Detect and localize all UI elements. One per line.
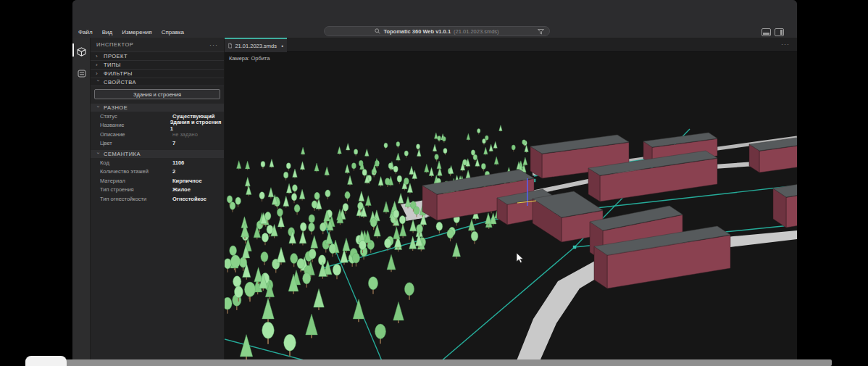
property-value[interactable]: 1106 <box>172 159 184 166</box>
properties-list: ›РАЗНОЕСтатусСуществующийНазваниеЗдания … <box>91 104 224 204</box>
screen: ФайлВидИзмеренияСправка Topomatic 360 We… <box>0 0 868 366</box>
chevron-down-icon: › <box>95 152 101 157</box>
inspector-menu-button[interactable]: ··· <box>209 43 218 47</box>
property-label: Название <box>100 122 170 128</box>
tree-item-типы[interactable]: ›ТИПЫ <box>91 60 224 69</box>
viewport: 21.01.2023.smds ● ··· Камера: Орбита <box>225 38 797 360</box>
menu-item-3[interactable]: Справка <box>162 29 184 36</box>
filter-icon[interactable] <box>538 29 544 35</box>
boundary-node[interactable] <box>573 246 576 249</box>
panel-bottom-icon[interactable] <box>761 28 771 36</box>
menu-item-1[interactable]: Вид <box>102 29 112 36</box>
3d-scene <box>225 52 797 360</box>
selected-type-button[interactable]: Здания и строения <box>94 89 220 99</box>
property-row: НазваниеЗдания и строения 1 <box>91 121 224 130</box>
tree-item-label: ТИПЫ <box>104 62 121 68</box>
section-header-1[interactable]: ›СЕМАНТИКА <box>91 150 224 158</box>
property-row: Количество этажей2 <box>91 167 224 177</box>
property-label: Тип строения <box>100 186 172 193</box>
property-row: Тип строенияЖилое <box>91 186 224 195</box>
building-block[interactable] <box>749 136 797 172</box>
tree-item-label: ПРОЕКТ <box>104 53 128 59</box>
active-tool-indicator <box>72 43 74 57</box>
property-label: Количество этажей <box>100 168 172 175</box>
section-title: РАЗНОЕ <box>104 104 128 111</box>
chevron-down-icon: › <box>95 106 101 110</box>
property-value[interactable]: 2 <box>172 168 175 175</box>
property-row: Код1106 <box>91 158 224 167</box>
open-file-name: (21.01.2023.smds) <box>454 28 499 35</box>
menu-bar: ФайлВидИзмеренияСправка <box>78 29 184 36</box>
document-tab-label: 21.01.2023.smds <box>235 43 277 49</box>
cube-icon <box>77 47 86 57</box>
document-tab[interactable]: 21.01.2023.smds ● <box>225 38 287 52</box>
tree-item-label: СВОЙСТВА <box>104 79 136 86</box>
property-label: Код <box>100 159 172 166</box>
app-window: ФайлВидИзмеренияСправка Topomatic 360 We… <box>72 0 797 360</box>
layers-icon <box>78 70 86 78</box>
property-value[interactable]: Жилое <box>172 186 191 193</box>
background-window-corner <box>25 356 67 366</box>
section-header-0[interactable]: ›РАЗНОЕ <box>91 104 224 112</box>
search-icon <box>375 28 380 34</box>
property-label: Тип огнестойкости <box>100 196 172 202</box>
chevron-right-icon[interactable]: › <box>96 54 100 59</box>
header-panel-toggles <box>761 28 784 36</box>
property-row: МатериалКирпичное <box>91 176 224 186</box>
chevron-down-icon[interactable]: › <box>95 80 101 84</box>
chevron-right-icon[interactable]: › <box>96 71 100 77</box>
property-value[interactable]: Огнестойкое <box>172 196 206 202</box>
menu-item-0[interactable]: Файл <box>78 29 93 36</box>
camera-mode-label: Камера: Орбита <box>229 55 270 62</box>
property-row: Тип огнестойкостиОгнестойкое <box>91 194 224 204</box>
mouse-cursor <box>517 253 523 263</box>
property-label: Цвет <box>100 140 172 146</box>
file-icon <box>228 42 232 49</box>
viewport-menu-button[interactable]: ··· <box>781 42 790 46</box>
property-value[interactable]: Здания и строения 1 <box>170 119 224 132</box>
property-label: Материал <box>100 178 172 184</box>
property-label: Статус <box>100 113 172 120</box>
chevron-right-icon[interactable]: › <box>96 62 100 68</box>
tree-item-фильтры[interactable]: ›ФИЛЬТРЫ <box>91 69 224 78</box>
left-toolbar-rail <box>72 38 91 360</box>
inspector-title: ИНСПЕКТОР <box>96 41 133 48</box>
property-label: Описание <box>100 131 172 138</box>
sidebar-item-inspector[interactable] <box>72 42 91 61</box>
document-tabstrip: 21.01.2023.smds ● ··· <box>225 38 797 52</box>
building-block[interactable] <box>773 178 797 228</box>
app-header: ФайлВидИзмеренияСправка Topomatic 360 We… <box>72 0 797 38</box>
menu-item-2[interactable]: Измерения <box>122 29 151 36</box>
property-value[interactable]: Кирпичное <box>172 178 202 184</box>
app-title-search[interactable]: Topomatic 360 Web v1.0.1 (21.01.2023.smd… <box>324 26 550 36</box>
tree-item-проект[interactable]: ›ПРОЕКТ <box>91 51 224 60</box>
sidebar-item-layers[interactable] <box>72 64 91 83</box>
tree-item-свойства[interactable]: ›СВОЙСТВА <box>91 78 224 86</box>
app-title: Topomatic 360 Web v1.0.1 <box>383 28 451 35</box>
background-window-edge <box>25 359 832 366</box>
section-title: СЕМАНТИКА <box>104 151 141 157</box>
tree-item-label: ФИЛЬТРЫ <box>104 70 133 77</box>
property-row: Цвет7 <box>91 139 224 149</box>
property-value[interactable]: не задано <box>172 131 198 138</box>
property-value[interactable]: 7 <box>172 140 175 146</box>
panel-right-icon[interactable] <box>775 28 784 36</box>
inspector-panel: ИНСПЕКТОР ··· ›ПРОЕКТ›ТИПЫ›ФИЛЬТРЫ›СВОЙС… <box>91 38 225 360</box>
inspector-tree: ›ПРОЕКТ›ТИПЫ›ФИЛЬТРЫ›СВОЙСТВА <box>91 51 224 86</box>
modified-indicator[interactable]: ● <box>281 43 283 48</box>
scene-canvas[interactable] <box>225 52 797 360</box>
